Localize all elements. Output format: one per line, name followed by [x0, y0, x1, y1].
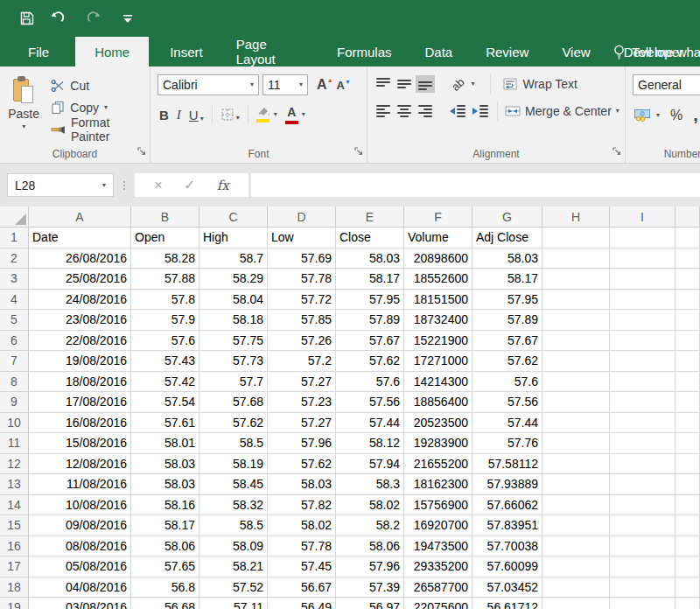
row-header-2[interactable]: 2 — [0, 248, 29, 270]
cell-d8[interactable]: 57.27 — [268, 372, 336, 393]
cell-g18[interactable]: 57.03452 — [472, 578, 542, 598]
cell-a4[interactable]: 24/08/2016 — [29, 290, 131, 311]
tab-view[interactable]: View — [550, 37, 602, 66]
cell-f12[interactable]: 21655200 — [404, 454, 472, 475]
redo-button[interactable]: ▾ — [86, 10, 108, 26]
save-button[interactable] — [19, 10, 35, 26]
column-header-e[interactable]: E — [336, 206, 404, 228]
cell-a17[interactable]: 05/08/2016 — [29, 556, 131, 578]
cell-e11[interactable]: 58.12 — [336, 433, 404, 454]
cell-g11[interactable]: 57.76 — [472, 433, 542, 454]
cell-g1[interactable]: Adj Close — [472, 228, 542, 248]
cell-h10[interactable] — [542, 413, 610, 434]
cell-f8[interactable]: 14214300 — [404, 372, 472, 393]
cell-f16[interactable]: 19473500 — [404, 536, 472, 557]
cell-f3[interactable]: 18552600 — [404, 269, 472, 290]
cell-a16[interactable]: 08/08/2016 — [29, 536, 131, 557]
font-color-dropdown[interactable]: ▾ — [302, 111, 305, 118]
cell-i16[interactable] — [610, 536, 676, 557]
column-header-d[interactable]: D — [268, 206, 336, 228]
cell-a18[interactable]: 04/08/2016 — [29, 578, 131, 598]
cell-b3[interactable]: 57.88 — [131, 269, 200, 290]
cell-b12[interactable]: 58.03 — [131, 454, 200, 475]
row-header-3[interactable]: 3 — [0, 269, 29, 290]
cell-a10[interactable]: 16/08/2016 — [29, 413, 131, 434]
cell-b1[interactable]: Open — [131, 228, 200, 248]
cell-d3[interactable]: 57.78 — [268, 269, 336, 290]
cell-f10[interactable]: 20523500 — [404, 413, 472, 434]
cell-i12[interactable] — [610, 454, 676, 475]
cell-g12[interactable]: 57.58112 — [472, 454, 542, 475]
cell-h1[interactable] — [542, 228, 610, 248]
comma-style-button[interactable]: , — [693, 105, 698, 125]
font-size-select[interactable]: 11 ▾ — [262, 74, 308, 95]
cell-a19[interactable]: 03/08/2016 — [29, 598, 131, 609]
cell-f2[interactable]: 20898600 — [404, 248, 472, 270]
cell-partial-5[interactable] — [676, 310, 700, 331]
cell-h14[interactable] — [542, 495, 610, 516]
cell-partial-12[interactable] — [676, 454, 700, 475]
cell-d13[interactable]: 58.03 — [268, 474, 336, 495]
cell-c12[interactable]: 58.19 — [200, 454, 268, 475]
cell-g15[interactable]: 57.83951 — [472, 515, 542, 536]
cell-g4[interactable]: 57.95 — [472, 290, 542, 311]
cell-a15[interactable]: 09/08/2016 — [29, 515, 131, 536]
cell-partial-15[interactable] — [676, 515, 700, 536]
cell-b18[interactable]: 56.8 — [131, 578, 200, 598]
cell-a5[interactable]: 23/08/2016 — [29, 310, 131, 331]
cell-h11[interactable] — [542, 433, 610, 454]
paste-dropdown[interactable]: ▾ — [22, 123, 25, 130]
cell-f15[interactable]: 16920700 — [404, 515, 472, 536]
cell-f5[interactable]: 18732400 — [404, 310, 472, 331]
middle-align-button[interactable] — [397, 78, 411, 90]
cell-g6[interactable]: 57.67 — [472, 331, 542, 352]
cell-partial-2[interactable] — [676, 248, 700, 270]
cell-a13[interactable]: 11/08/2016 — [29, 474, 131, 495]
cell-d2[interactable]: 57.69 — [268, 248, 336, 270]
tab-insert[interactable]: Insert — [158, 37, 215, 66]
cell-e19[interactable]: 56.97 — [336, 598, 404, 609]
format-painter-button[interactable]: Format Painter — [47, 120, 150, 138]
cell-i17[interactable] — [610, 556, 676, 578]
cell-f19[interactable]: 22075600 — [404, 598, 472, 609]
row-header-12[interactable]: 12 — [0, 454, 29, 475]
merge-center-dropdown[interactable]: ▾ — [616, 108, 620, 115]
tab-data[interactable]: Data — [413, 37, 466, 66]
cell-a14[interactable]: 10/08/2016 — [29, 495, 131, 516]
cell-d7[interactable]: 57.2 — [268, 351, 336, 372]
cell-i6[interactable] — [610, 331, 676, 352]
cell-d18[interactable]: 56.67 — [268, 578, 336, 598]
cell-partial-19[interactable] — [676, 598, 700, 609]
align-left-button[interactable] — [376, 105, 390, 117]
number-format-select[interactable]: General — [633, 74, 700, 95]
cell-i15[interactable] — [610, 515, 676, 536]
row-header-13[interactable]: 13 — [0, 474, 29, 495]
accounting-format-button[interactable]: ▾ — [634, 109, 660, 122]
cell-f6[interactable]: 15221900 — [404, 331, 472, 352]
cell-e8[interactable]: 57.6 — [336, 372, 404, 393]
cell-c10[interactable]: 57.62 — [200, 413, 268, 434]
cell-d4[interactable]: 57.72 — [268, 290, 336, 311]
cell-h2[interactable] — [542, 248, 610, 270]
column-header-b[interactable]: B — [131, 206, 200, 228]
tab-formulas[interactable]: Formulas — [325, 37, 404, 66]
row-header-8[interactable]: 8 — [0, 372, 29, 393]
cell-h17[interactable] — [542, 556, 610, 578]
cell-e1[interactable]: Close — [336, 228, 404, 248]
cell-b5[interactable]: 57.9 — [131, 310, 200, 331]
cell-h19[interactable] — [542, 598, 610, 609]
cell-f13[interactable]: 18162300 — [404, 474, 472, 495]
alignment-dialog-launcher[interactable] — [612, 144, 621, 159]
merge-center-button[interactable]: Merge & Center ▾ — [505, 104, 620, 118]
cell-b4[interactable]: 57.8 — [131, 290, 200, 311]
cell-h3[interactable] — [542, 269, 610, 290]
font-color-button[interactable]: A — [285, 106, 298, 124]
cell-e18[interactable]: 57.39 — [336, 578, 404, 598]
cell-g13[interactable]: 57.93889 — [472, 474, 542, 495]
cell-partial-4[interactable] — [676, 290, 700, 311]
wrap-text-button[interactable]: Wrap Text — [503, 77, 578, 91]
cell-c17[interactable]: 58.21 — [200, 556, 268, 578]
name-box-dropdown[interactable]: ▾ — [102, 182, 106, 189]
cell-partial-16[interactable] — [676, 536, 700, 557]
cell-g10[interactable]: 57.44 — [472, 413, 542, 434]
